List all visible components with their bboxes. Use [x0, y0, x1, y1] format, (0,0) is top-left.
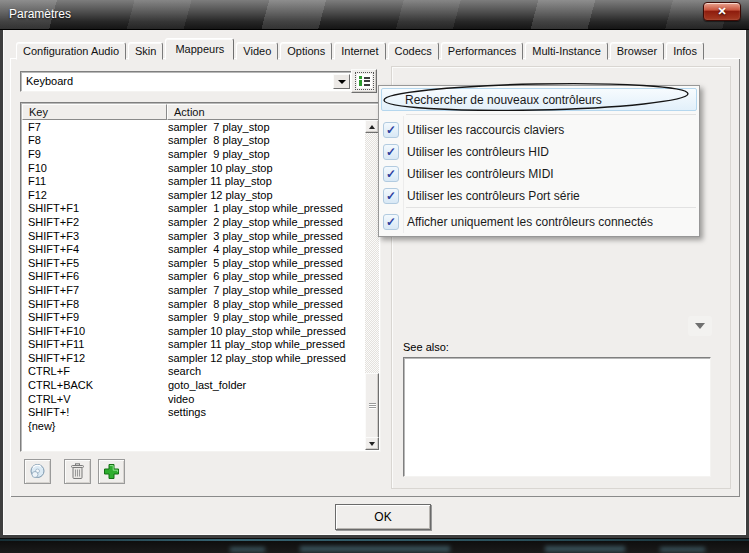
- tab[interactable]: Multi-Instance: [525, 42, 607, 60]
- mapping-action-cell: sampler 7 play_stop while_pressed: [168, 284, 365, 296]
- mapping-row[interactable]: SHIFT+F9 sampler 9 play_stop while_press…: [22, 310, 365, 324]
- mapping-key-cell: F9: [22, 148, 168, 160]
- column-header-action[interactable]: Action: [167, 104, 379, 120]
- menu-item-label: Utiliser les raccourcis claviers: [407, 123, 564, 137]
- tab[interactable]: Skin: [128, 42, 163, 60]
- mapping-row[interactable]: SHIFT+F12 sampler 12 play_stop while_pre…: [22, 351, 365, 365]
- scroll-down-button[interactable]: [365, 437, 379, 450]
- close-button[interactable]: ✕: [703, 2, 741, 21]
- mapping-action-cell: sampler 10 play_stop: [168, 162, 365, 174]
- tab[interactable]: Performances: [441, 42, 523, 60]
- tab-label: Browser: [617, 45, 657, 57]
- tab-label: Multi-Instance: [532, 45, 600, 57]
- combo-dropdown-button[interactable]: [333, 74, 350, 89]
- mapping-row[interactable]: SHIFT+F7 sampler 7 play_stop while_press…: [22, 283, 365, 297]
- mapping-row[interactable]: SHIFT+! settings: [22, 405, 365, 419]
- ok-button[interactable]: OK: [335, 504, 431, 530]
- mapping-row[interactable]: F10 sampler 10 play_stop: [22, 161, 365, 175]
- mapping-row[interactable]: F7 sampler 7 play_stop: [22, 120, 365, 134]
- mapping-key-cell: F11: [22, 175, 168, 187]
- menu-item[interactable]: ✓Utiliser les contrôleurs HID: [381, 141, 697, 163]
- see-also-listbox[interactable]: [403, 357, 711, 477]
- menu-item-show-connected[interactable]: ✓ Afficher uniquement les contrôleurs co…: [381, 211, 697, 233]
- tab[interactable]: Video: [236, 42, 278, 60]
- mapper-device-select[interactable]: Keyboard: [20, 71, 353, 92]
- panel-scroll-down-button[interactable]: [688, 316, 712, 336]
- mapping-row[interactable]: CTRL+F search: [22, 365, 365, 379]
- menu-item[interactable]: ✓Utiliser les contrôleurs MIDI: [381, 163, 697, 185]
- mapping-key-cell: CTRL+BACK: [22, 379, 168, 391]
- mapping-row[interactable]: SHIFT+F5 sampler 5 play_stop while_press…: [22, 256, 365, 270]
- mapping-row[interactable]: F9 sampler 9 play_stop: [22, 147, 365, 161]
- title-bar: Paramètres ✕: [0, 0, 749, 30]
- blurred-background-text: [230, 547, 265, 552]
- mapping-action-cell: sampler 8 play_stop while_pressed: [168, 298, 365, 310]
- mapping-list[interactable]: Key Action F7 sampler 7 play_stop F8 sam…: [20, 102, 381, 452]
- list-header: Key Action: [22, 104, 379, 120]
- tab[interactable]: Internet: [334, 42, 385, 60]
- mapping-row[interactable]: SHIFT+F2 sampler 2 play_stop while_press…: [22, 215, 365, 229]
- menu-item-label: Afficher uniquement les contrôleurs conn…: [407, 215, 653, 229]
- mapping-row[interactable]: SHIFT+F1 sampler 1 play_stop while_press…: [22, 202, 365, 216]
- mapping-key-cell: SHIFT+F12: [22, 352, 168, 364]
- scroll-up-button[interactable]: [365, 120, 379, 133]
- mapping-row[interactable]: CTRL+BACK goto_last_folder: [22, 378, 365, 392]
- plus-icon: [103, 463, 120, 480]
- list-scrollbar[interactable]: [365, 120, 379, 450]
- tab[interactable]: Mappeurs: [165, 38, 234, 60]
- tab-label: Options: [287, 45, 325, 57]
- mapping-row[interactable]: SHIFT+F4 sampler 4 play_stop while_press…: [22, 242, 365, 256]
- check-icon: ✓: [383, 188, 399, 204]
- menu-item[interactable]: ✓Utiliser les raccourcis claviers: [381, 119, 697, 141]
- mapping-row[interactable]: F12 sampler 12 play_stop: [22, 188, 365, 202]
- clone-mapper-button[interactable]: [24, 459, 51, 484]
- tab-label: Configuration Audio: [23, 45, 119, 57]
- check-icon: ✓: [383, 144, 399, 160]
- mapping-row[interactable]: {new}: [22, 419, 365, 433]
- mapping-row[interactable]: SHIFT+F3 sampler 3 play_stop while_press…: [22, 229, 365, 243]
- add-mapping-button[interactable]: [98, 459, 125, 484]
- trash-icon: [70, 463, 85, 480]
- tab[interactable]: Options: [280, 42, 332, 60]
- scrollbar-thumb[interactable]: [365, 373, 379, 439]
- mapping-action-cell: sampler 3 play_stop while_pressed: [168, 230, 365, 242]
- column-header-key[interactable]: Key: [22, 104, 167, 120]
- background-accent-line: [0, 539, 749, 541]
- triangle-down-icon: [369, 442, 375, 446]
- tab[interactable]: Infos: [666, 42, 704, 60]
- mapping-row[interactable]: CTRL+V video: [22, 392, 365, 406]
- triangle-up-icon: [369, 125, 375, 129]
- mapping-action-cell: sampler 11 play_stop while_pressed: [168, 338, 365, 350]
- mapping-action-cell: sampler 10 play_stop while_pressed: [168, 325, 365, 337]
- delete-mapping-button[interactable]: [64, 459, 91, 484]
- blurred-background-text: [300, 546, 450, 552]
- mapping-row[interactable]: SHIFT+F10 sampler 10 play_stop while_pre…: [22, 324, 365, 338]
- mapping-key-cell: {new}: [22, 420, 168, 432]
- mapping-key-cell: SHIFT+F2: [22, 216, 168, 228]
- mapping-key-cell: CTRL+F: [22, 365, 168, 377]
- mapping-row[interactable]: SHIFT+F6 sampler 6 play_stop while_press…: [22, 270, 365, 284]
- background-app-strip: [0, 538, 749, 553]
- menu-item-search-controllers[interactable]: Rechercher de nouveaux contrôleurs: [381, 88, 697, 111]
- mapping-row[interactable]: F8 sampler 8 play_stop: [22, 134, 365, 148]
- mapping-action-cell: sampler 4 play_stop while_pressed: [168, 243, 365, 255]
- mapping-row[interactable]: SHIFT+F11 sampler 11 play_stop while_pre…: [22, 338, 365, 352]
- mapping-row[interactable]: SHIFT+F8 sampler 8 play_stop while_press…: [22, 297, 365, 311]
- tab[interactable]: Configuration Audio: [16, 42, 126, 60]
- mapping-row[interactable]: F11 sampler 11 play_stop: [22, 174, 365, 188]
- mapping-key-cell: F7: [22, 121, 168, 133]
- menu-item-label: Utiliser les contrôleurs MIDI: [407, 167, 554, 181]
- mapping-key-cell: SHIFT+F6: [22, 270, 168, 282]
- controller-menu-button[interactable]: [351, 69, 377, 93]
- mapping-action-cell: sampler 6 play_stop while_pressed: [168, 270, 365, 282]
- mapping-key-cell: SHIFT+F3: [22, 230, 168, 242]
- menu-item[interactable]: ✓Utiliser les contrôleurs Port série: [381, 185, 697, 207]
- tab[interactable]: Codecs: [388, 42, 439, 60]
- list-rows: F7 sampler 7 play_stop F8 sampler 8 play…: [22, 120, 365, 450]
- mapping-key-cell: F12: [22, 189, 168, 201]
- mapping-key-cell: SHIFT+!: [22, 406, 168, 418]
- tab[interactable]: Browser: [610, 42, 664, 60]
- tab-label: Codecs: [395, 45, 432, 57]
- mapping-action-cell: goto_last_folder: [168, 379, 365, 391]
- mapper-device-value: Keyboard: [26, 75, 73, 87]
